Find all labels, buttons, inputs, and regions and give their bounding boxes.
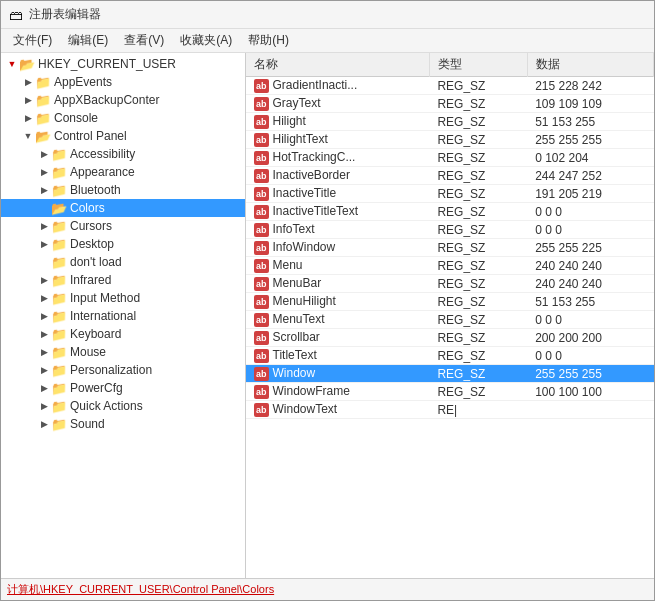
registry-table-container[interactable]: 名称类型数据 abGradientInacti...REG_SZ215 228 …	[246, 53, 654, 578]
menu-item-e[interactable]: 编辑(E)	[60, 30, 116, 51]
tree-item-keyboard[interactable]: ▶📁Keyboard	[1, 325, 245, 343]
col-header-数据[interactable]: 数据	[527, 53, 653, 77]
cell-name: abGradientInacti...	[246, 77, 429, 95]
tree-toggle[interactable]: ▼	[21, 129, 35, 143]
table-row[interactable]: abInactiveTitleTextREG_SZ0 0 0	[246, 203, 654, 221]
tree-label: Colors	[70, 201, 105, 215]
col-header-名称[interactable]: 名称	[246, 53, 429, 77]
tree-item-personalization[interactable]: ▶📁Personalization	[1, 361, 245, 379]
ab-icon: ab	[254, 367, 269, 381]
tree-label: Personalization	[70, 363, 152, 377]
tree-item-bluetooth[interactable]: ▶📁Bluetooth	[1, 181, 245, 199]
table-row[interactable]: abTitleTextREG_SZ0 0 0	[246, 347, 654, 365]
tree-toggle[interactable]: ▶	[37, 345, 51, 359]
table-row[interactable]: abWindowFrameREG_SZ100 100 100	[246, 383, 654, 401]
tree-toggle[interactable]: ▶	[37, 417, 51, 431]
tree-toggle[interactable]: ▼	[5, 57, 19, 71]
tree-toggle[interactable]: ▶	[37, 165, 51, 179]
tree-item-inputmethod[interactable]: ▶📁Input Method	[1, 289, 245, 307]
cell-data: 200 200 200	[527, 329, 653, 347]
tree-toggle[interactable]: ▶	[37, 309, 51, 323]
table-body: abGradientInacti...REG_SZ215 228 242abGr…	[246, 77, 654, 419]
tree-item-accessibility[interactable]: ▶📁Accessibility	[1, 145, 245, 163]
tree-item-sound[interactable]: ▶📁Sound	[1, 415, 245, 433]
cell-name: abMenuBar	[246, 275, 429, 293]
tree-toggle[interactable]: ▶	[37, 237, 51, 251]
table-row[interactable]: abInfoWindowREG_SZ255 255 225	[246, 239, 654, 257]
table-row[interactable]: abMenuTextREG_SZ0 0 0	[246, 311, 654, 329]
tree-item-hkcu[interactable]: ▼📂HKEY_CURRENT_USER	[1, 55, 245, 73]
table-row[interactable]: abWindowREG_SZ255 255 255	[246, 365, 654, 383]
table-row[interactable]: abScrollbarREG_SZ200 200 200	[246, 329, 654, 347]
cell-type: REG_SZ	[429, 293, 527, 311]
tree-item-dontload[interactable]: ▶📁don't load	[1, 253, 245, 271]
cell-data: 0 0 0	[527, 311, 653, 329]
table-row[interactable]: abMenuHilightREG_SZ51 153 255	[246, 293, 654, 311]
cell-type: REG_SZ	[429, 221, 527, 239]
registry-editor-window: 🗃 注册表编辑器 文件(F)编辑(E)查看(V)收藏夹(A)帮助(H) ▼📂HK…	[0, 0, 655, 601]
table-row[interactable]: abGrayTextREG_SZ109 109 109	[246, 95, 654, 113]
folder-icon: 📁	[35, 111, 51, 126]
tree-toggle[interactable]: ▶	[37, 399, 51, 413]
tree-item-appevents[interactable]: ▶📁AppEvents	[1, 73, 245, 91]
menu-item-a[interactable]: 收藏夹(A)	[172, 30, 240, 51]
menu-item-h[interactable]: 帮助(H)	[240, 30, 297, 51]
tree-toggle[interactable]: ▶	[37, 147, 51, 161]
tree-item-international[interactable]: ▶📁International	[1, 307, 245, 325]
tree-label: Accessibility	[70, 147, 135, 161]
tree-toggle[interactable]: ▶	[37, 291, 51, 305]
tree-label: International	[70, 309, 136, 323]
tree-toggle[interactable]: ▶	[37, 273, 51, 287]
cell-type: REG_SZ	[429, 203, 527, 221]
tree-toggle[interactable]: ▶	[37, 183, 51, 197]
tree-toggle[interactable]: ▶	[37, 381, 51, 395]
cell-data: 0 0 0	[527, 221, 653, 239]
content-area: ▼📂HKEY_CURRENT_USER▶📁AppEvents▶📁AppXBack…	[1, 53, 654, 578]
title-bar: 🗃 注册表编辑器	[1, 1, 654, 29]
ab-icon: ab	[254, 223, 269, 237]
table-row[interactable]: abGradientInacti...REG_SZ215 228 242	[246, 77, 654, 95]
tree-toggle[interactable]: ▶	[37, 219, 51, 233]
table-row[interactable]: abMenuREG_SZ240 240 240	[246, 257, 654, 275]
tree-item-desktop[interactable]: ▶📁Desktop	[1, 235, 245, 253]
cell-data: 255 255 225	[527, 239, 653, 257]
tree-item-cursors[interactable]: ▶📁Cursors	[1, 217, 245, 235]
tree-item-infrared[interactable]: ▶📁Infrared	[1, 271, 245, 289]
cell-name: abInactiveTitleText	[246, 203, 429, 221]
tree-item-mouse[interactable]: ▶📁Mouse	[1, 343, 245, 361]
table-row[interactable]: abHilightREG_SZ51 153 255	[246, 113, 654, 131]
ab-icon: ab	[254, 79, 269, 93]
table-row[interactable]: abMenuBarREG_SZ240 240 240	[246, 275, 654, 293]
tree-item-colors[interactable]: ▶📂Colors	[1, 199, 245, 217]
tree-item-console[interactable]: ▶📁Console	[1, 109, 245, 127]
table-row[interactable]: abInactiveBorderREG_SZ244 247 252	[246, 167, 654, 185]
tree-item-controlpanel[interactable]: ▼📂Control Panel	[1, 127, 245, 145]
folder-icon: 📂	[35, 129, 51, 144]
tree-toggle[interactable]: ▶	[21, 75, 35, 89]
tree-toggle[interactable]: ▶	[21, 93, 35, 107]
tree-item-powercfg[interactable]: ▶📁PowerCfg	[1, 379, 245, 397]
menu-item-f[interactable]: 文件(F)	[5, 30, 60, 51]
table-row[interactable]: abWindowTextRE|	[246, 401, 654, 419]
tree-item-quickactions[interactable]: ▶📁Quick Actions	[1, 397, 245, 415]
table-row[interactable]: abInfoTextREG_SZ0 0 0	[246, 221, 654, 239]
table-row[interactable]: abHotTrackingC...REG_SZ0 102 204	[246, 149, 654, 167]
tree-label: AppEvents	[54, 75, 112, 89]
table-header-row: 名称类型数据	[246, 53, 654, 77]
cell-data: 244 247 252	[527, 167, 653, 185]
table-row[interactable]: abHilightTextREG_SZ255 255 255	[246, 131, 654, 149]
table-row[interactable]: abInactiveTitleREG_SZ191 205 219	[246, 185, 654, 203]
tree-toggle[interactable]: ▶	[37, 363, 51, 377]
tree-panel[interactable]: ▼📂HKEY_CURRENT_USER▶📁AppEvents▶📁AppXBack…	[1, 53, 246, 578]
folder-icon: 📁	[51, 291, 67, 306]
tree-label: Mouse	[70, 345, 106, 359]
tree-toggle[interactable]: ▶	[37, 327, 51, 341]
menu-item-v[interactable]: 查看(V)	[116, 30, 172, 51]
cell-data: 100 100 100	[527, 383, 653, 401]
ab-icon: ab	[254, 385, 269, 399]
col-header-类型[interactable]: 类型	[429, 53, 527, 77]
tree-item-appearance[interactable]: ▶📁Appearance	[1, 163, 245, 181]
cell-data: 240 240 240	[527, 275, 653, 293]
tree-toggle[interactable]: ▶	[21, 111, 35, 125]
tree-item-appxbackup[interactable]: ▶📁AppXBackupConter	[1, 91, 245, 109]
